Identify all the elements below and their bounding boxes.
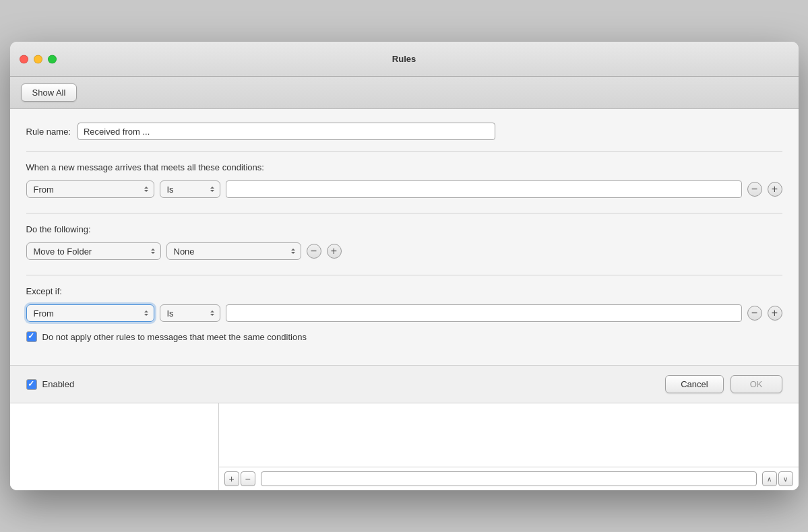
lower-right-content xyxy=(219,403,799,467)
remove-condition-button[interactable]: − xyxy=(747,182,762,197)
bottom-bar: Enabled Cancel OK xyxy=(10,365,799,403)
actions-section: Do the following: Move to Folder Copy to… xyxy=(26,224,782,275)
except-operator-select[interactable]: Is Is not Contains xyxy=(160,304,220,322)
condition-operator-select[interactable]: Is Is not Contains Does not contain xyxy=(160,180,220,198)
condition-value-input[interactable] xyxy=(226,180,742,198)
lower-search-input[interactable] xyxy=(261,471,757,486)
rules-window: Rules Show All Rule name: When a new mes… xyxy=(10,42,799,490)
cancel-button[interactable]: Cancel xyxy=(665,375,723,393)
show-all-button[interactable]: Show All xyxy=(21,84,77,102)
lower-toolbar: + − ∧ ∨ xyxy=(219,467,799,490)
except-field-select[interactable]: From Any Recipient Subject Message Conte… xyxy=(26,304,154,322)
lower-remove-button[interactable]: − xyxy=(241,471,255,486)
except-condition-row: From Any Recipient Subject Message Conte… xyxy=(26,304,782,322)
no-other-rules-label: Do not apply other rules to messages tha… xyxy=(42,332,307,342)
lower-panel: + − ∧ ∨ xyxy=(10,403,799,490)
window-title: Rules xyxy=(392,54,416,64)
lower-add-button[interactable]: + xyxy=(224,471,239,486)
except-section: Except if: From Any Recipient Subject Me… xyxy=(26,286,782,342)
enabled-label: Enabled xyxy=(42,379,75,389)
rule-name-label: Rule name: xyxy=(26,127,71,137)
remove-except-button[interactable]: − xyxy=(747,306,762,321)
add-condition-button[interactable]: + xyxy=(768,182,782,197)
maximize-button[interactable] xyxy=(48,55,57,63)
action-folder-select[interactable]: None Inbox Trash Archive xyxy=(166,242,301,260)
ok-button[interactable]: OK xyxy=(731,375,782,393)
enabled-row: Enabled xyxy=(26,379,75,390)
except-value-input[interactable] xyxy=(226,304,742,322)
titlebar: Rules xyxy=(10,42,799,77)
no-other-rules-row: Do not apply other rules to messages tha… xyxy=(26,331,782,342)
condition-field-select[interactable]: From Any Recipient Subject Message Conte… xyxy=(26,180,154,198)
minimize-button[interactable] xyxy=(34,55,42,63)
remove-action-button[interactable]: − xyxy=(307,244,321,259)
lower-down-button[interactable]: ∨ xyxy=(778,471,793,486)
toolbar: Show All xyxy=(10,77,799,109)
actions-label: Do the following: xyxy=(26,224,782,234)
except-label: Except if: xyxy=(26,286,782,296)
no-other-rules-checkbox[interactable] xyxy=(26,331,37,342)
buttons-row: Cancel OK xyxy=(665,375,782,393)
action-type-select[interactable]: Move to Folder Copy to Folder Delete Mar… xyxy=(26,242,161,260)
lower-up-button[interactable]: ∧ xyxy=(762,471,777,486)
rule-name-input[interactable] xyxy=(77,123,495,140)
rule-name-row: Rule name: xyxy=(26,123,782,152)
conditions-label: When a new message arrives that meets al… xyxy=(26,162,782,172)
add-action-button[interactable]: + xyxy=(327,244,342,259)
content-area: Rule name: When a new message arrives th… xyxy=(10,109,799,365)
close-button[interactable] xyxy=(20,55,28,63)
lower-left-panel xyxy=(10,403,219,490)
condition-row: From Any Recipient Subject Message Conte… xyxy=(26,180,782,198)
action-row: Move to Folder Copy to Folder Delete Mar… xyxy=(26,242,782,260)
lower-right-panel: + − ∧ ∨ xyxy=(219,403,799,490)
conditions-section: When a new message arrives that meets al… xyxy=(26,162,782,213)
enabled-checkbox[interactable] xyxy=(26,379,37,390)
add-except-button[interactable]: + xyxy=(768,306,782,321)
traffic-lights xyxy=(20,55,57,63)
